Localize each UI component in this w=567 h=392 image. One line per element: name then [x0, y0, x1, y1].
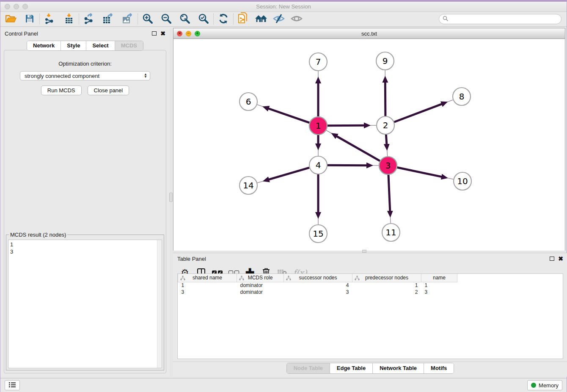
first-neighbors-button[interactable] [254, 13, 268, 25]
table-row[interactable]: 3 dominator 3 2 3 [178, 289, 457, 295]
network-window-title: scc.txt [173, 30, 565, 37]
select-stepper-icon: ▲▼ [144, 73, 147, 78]
graph-edge-3-11[interactable] [388, 175, 390, 212]
mcds-result-legend: MCDS result (2 nodes) [9, 232, 67, 238]
tab-network-table[interactable]: Network Table [372, 363, 424, 373]
graph-node-label-7: 7 [316, 57, 321, 67]
network-document-icon [237, 12, 249, 26]
tab-node-table[interactable]: Node Table [287, 363, 330, 373]
criterion-select[interactable]: strongly connected component ▲▼ [20, 71, 150, 80]
show-all-button[interactable] [289, 13, 304, 25]
close-panel-icon[interactable]: ✖ [558, 256, 563, 262]
attribute-icon [286, 276, 291, 281]
float-panel-icon[interactable] [152, 31, 157, 36]
graph-edge-2-9[interactable] [385, 82, 385, 116]
network-canvas[interactable]: 7968124314101511 [173, 39, 565, 251]
app-titlebar: Session: New Session [0, 2, 567, 12]
open-session-button[interactable] [4, 13, 18, 25]
table-panel-title: Table Panel [177, 256, 206, 262]
toolbar-separator [79, 14, 79, 25]
graph-edge-3-10[interactable] [397, 168, 443, 177]
task-history-button[interactable] [5, 380, 20, 390]
column-header-predecessor-nodes[interactable]: predecessor nodes [352, 274, 421, 282]
export-network-icon [83, 13, 95, 25]
control-panel-tabs: Network Style Select MCDS [0, 41, 170, 51]
toolbar-separator [138, 14, 138, 25]
save-session-button[interactable] [22, 13, 37, 25]
tab-style[interactable]: Style [61, 41, 86, 50]
memory-status-icon [531, 383, 536, 388]
tab-network[interactable]: Network [27, 41, 61, 50]
graph-edge-4-14[interactable] [268, 168, 309, 179]
tab-select[interactable]: Select [86, 41, 114, 50]
mcds-tab-content: Optimization criterion: strongly connect… [4, 50, 166, 373]
refresh-icon [218, 13, 229, 25]
graph-edge-3-1[interactable] [336, 136, 380, 161]
search-icon [443, 16, 449, 23]
graph-edge-4-3[interactable] [328, 165, 367, 166]
import-table-button[interactable] [62, 13, 76, 25]
export-table-button[interactable] [101, 13, 116, 25]
attribute-icon [355, 276, 360, 281]
export-table-icon [102, 13, 115, 25]
export-network-button[interactable] [82, 13, 96, 25]
main-toolbar [0, 12, 567, 27]
graph-node-label-3: 3 [385, 160, 391, 171]
graph-edge-2-8[interactable] [394, 104, 443, 122]
tab-mcds[interactable]: MCDS [115, 41, 143, 50]
network-graph: 7968124314101511 [173, 39, 565, 251]
node-table-grid[interactable]: shared name MCDS role successor nodes pr… [178, 274, 457, 295]
zoom-in-button[interactable] [140, 13, 155, 25]
refresh-layout-button[interactable] [216, 13, 231, 25]
eye-icon [290, 14, 303, 25]
memory-button[interactable]: Memory [527, 380, 562, 390]
tab-edge-table[interactable]: Edge Table [330, 363, 372, 373]
import-table-icon [63, 13, 74, 25]
result-scrollbar[interactable] [157, 240, 162, 368]
result-line: 3 [10, 248, 160, 255]
zoom-out-button[interactable] [159, 13, 173, 25]
column-header-mcds-role[interactable]: MCDS role [237, 274, 284, 282]
column-header-shared-name[interactable]: shared name [178, 274, 237, 282]
graph-node-label-2: 2 [383, 120, 388, 130]
optimization-criterion-label: Optimization criterion: [4, 61, 166, 67]
graph-edge-1-6[interactable] [268, 108, 309, 123]
table-panel-header: Table Panel ✖ [173, 253, 567, 264]
control-panel-title: Control Panel [5, 30, 38, 37]
close-panel-button[interactable]: Close panel [88, 86, 129, 95]
hide-selected-button[interactable] [272, 13, 286, 25]
table-row[interactable]: 1 dominator 4 1 1 [178, 282, 457, 289]
table-panel: Table Panel ✖ ⚙ ✓✓ ✚ [173, 253, 567, 377]
run-mcds-button[interactable]: Run MCDS [41, 86, 82, 95]
column-header-successor-nodes[interactable]: successor nodes [284, 274, 352, 282]
import-network-button[interactable] [42, 13, 57, 25]
new-network-from-selection-button[interactable] [236, 13, 250, 25]
graph-node-label-10: 10 [457, 176, 468, 186]
graph-node-label-15: 15 [313, 229, 323, 239]
search-input[interactable] [449, 15, 561, 23]
export-image-button[interactable] [121, 13, 135, 25]
close-panel-icon[interactable]: ✖ [160, 30, 165, 36]
mcds-result-text[interactable]: 1 3 [8, 240, 162, 368]
control-panel-header: Control Panel ✖ [0, 28, 170, 39]
horizontal-splitter-handle[interactable] [362, 250, 366, 253]
float-panel-icon[interactable] [550, 257, 554, 261]
graph-edge-1-2[interactable] [328, 125, 365, 126]
graph-node-label-1: 1 [316, 121, 321, 131]
graph-edge-2-3[interactable] [386, 135, 387, 145]
column-header-name[interactable]: name [421, 274, 457, 282]
list-icon [8, 382, 16, 389]
search-field[interactable] [439, 14, 561, 24]
vertical-splitter-handle[interactable] [169, 193, 173, 202]
graph-node-label-9: 9 [383, 56, 388, 66]
zoom-fit-button[interactable] [178, 13, 192, 25]
mcds-result-fieldset: MCDS result (2 nodes) 1 3 [6, 232, 164, 370]
graph-node-label-8: 8 [459, 91, 465, 102]
save-floppy-icon [25, 14, 34, 25]
zoom-selected-button[interactable] [196, 13, 211, 25]
attribute-icon [180, 276, 185, 281]
graph-node-label-14: 14 [243, 180, 253, 190]
tab-motifs[interactable]: Motifs [424, 363, 454, 373]
network-window-titlebar[interactable]: ✕ − + scc.txt [173, 28, 565, 39]
attribute-icon [239, 276, 244, 281]
